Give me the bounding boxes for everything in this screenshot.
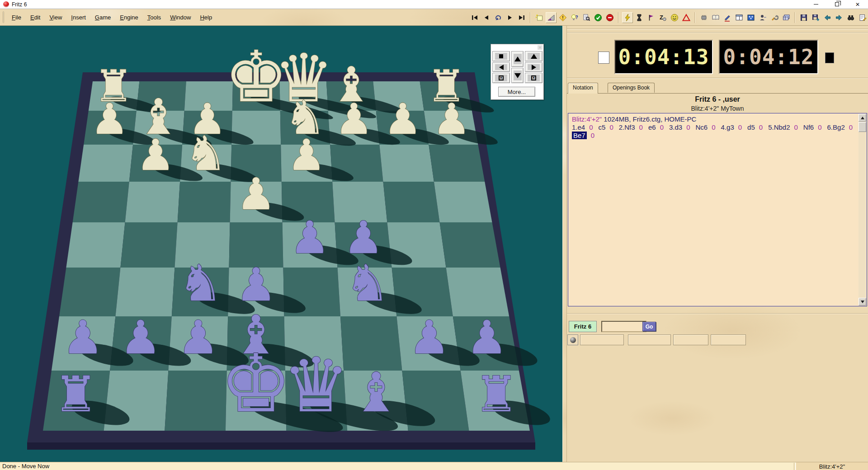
square-b4[interactable] (383, 182, 440, 222)
menu-help[interactable]: Help (196, 13, 216, 22)
white-pawn-g3[interactable]: ♟ (137, 130, 175, 180)
step-forward-icon[interactable] (505, 12, 515, 23)
resign-flag-icon[interactable] (646, 12, 656, 23)
search-icon[interactable] (845, 12, 856, 23)
warning-icon[interactable] (681, 12, 691, 23)
openings-book-icon[interactable] (710, 12, 721, 23)
black-rook-h8[interactable]: ♜ (54, 366, 98, 423)
menu-window[interactable]: Window (166, 13, 195, 22)
settings-icon[interactable] (769, 12, 779, 23)
square-h4[interactable] (73, 182, 129, 222)
view-rotate-right-button[interactable] (525, 62, 542, 72)
board-view-panel-titlebar[interactable]: x (491, 44, 543, 50)
square-h5[interactable] (66, 222, 125, 268)
move[interactable]: e6 (648, 123, 656, 131)
square-g5[interactable] (120, 222, 177, 268)
menu-insert[interactable]: Insert (67, 13, 90, 22)
black-pawn-d5[interactable]: ♟ (290, 212, 330, 263)
square-g6[interactable] (115, 268, 175, 316)
sleep-icon[interactable]: Z (657, 12, 668, 23)
square-h6[interactable] (59, 268, 120, 316)
white-pawn-b2[interactable]: ♟ (384, 94, 422, 144)
scroll-down-button[interactable] (859, 298, 866, 306)
menu-game[interactable]: Game (91, 13, 115, 22)
previous-game-icon[interactable] (822, 12, 832, 23)
menu-engine[interactable]: Engine (116, 13, 142, 22)
move[interactable]: 3.d3 (669, 123, 682, 131)
black-rook-a8[interactable]: ♜ (474, 366, 519, 423)
black-queen-d8[interactable]: ♛ (283, 342, 350, 429)
menu-tools[interactable]: Tools (143, 13, 165, 22)
black-pawn-h7[interactable]: ♟ (62, 310, 103, 364)
square-a4[interactable] (434, 182, 492, 222)
analyze-icon[interactable] (581, 12, 591, 23)
square-a6[interactable] (446, 268, 509, 316)
engine-command-input[interactable] (601, 321, 646, 332)
save-icon[interactable] (798, 12, 809, 23)
next-game-icon[interactable] (834, 12, 844, 23)
menu-view[interactable]: View (45, 13, 66, 22)
black-pawn-g7[interactable]: ♟ (120, 310, 161, 364)
black-bishop-c8[interactable]: ♝ (352, 361, 401, 424)
white-pawn-c2[interactable]: ♟ (335, 94, 373, 144)
move[interactable]: 2.Nf3 (619, 123, 635, 131)
level-icon[interactable]: ! (557, 12, 568, 23)
menu-edit[interactable]: Edit (26, 13, 44, 22)
square-a5[interactable] (440, 222, 500, 268)
close-icon[interactable]: x (538, 45, 542, 50)
notation-panel[interactable]: Blitz:4'+2" 1024MB, Fritz6.ctg, HOME-PC … (568, 113, 867, 306)
tab-notation[interactable]: Notation (568, 83, 598, 94)
move[interactable]: 4.g3 (721, 123, 734, 131)
move-selected[interactable]: Be7 (572, 132, 587, 139)
move[interactable]: 6.Bg2 (827, 123, 845, 131)
move[interactable]: 1.e4 (572, 123, 585, 131)
white-pawn-e4[interactable]: ♟ (236, 169, 276, 220)
hint-icon[interactable]: ? (569, 12, 580, 23)
window-layout-icon[interactable] (734, 12, 744, 23)
annotate-icon[interactable] (722, 12, 732, 23)
restore-button[interactable] (826, 0, 847, 9)
takeback-icon[interactable] (493, 12, 503, 23)
view-rotate-left-button[interactable] (492, 62, 510, 72)
black-pawn-f7[interactable]: ♟ (178, 310, 219, 364)
move[interactable]: c5 (599, 123, 606, 131)
black-pawn-a7[interactable]: ♟ (466, 310, 507, 364)
notation-scrollbar[interactable] (859, 114, 866, 306)
square-a3[interactable] (429, 145, 485, 182)
square-b3[interactable] (379, 145, 434, 182)
black-king-e8[interactable]: ♚ (220, 337, 292, 430)
move[interactable]: d5 (747, 123, 755, 131)
square-f8[interactable] (165, 371, 226, 431)
minimize-button[interactable] (806, 0, 826, 9)
white-pawn-h2[interactable]: ♟ (90, 94, 128, 144)
white-knight-f3[interactable]: ♞ (184, 126, 227, 181)
black-knight-f6[interactable]: ♞ (178, 254, 223, 312)
menu-file[interactable]: File (8, 13, 25, 22)
view-tilt-down-button[interactable] (511, 68, 524, 83)
square-f4[interactable] (178, 182, 231, 222)
view-reset-left-button[interactable]: × (492, 73, 510, 83)
view-stop-button[interactable] (492, 51, 510, 61)
new-game-icon[interactable] (534, 12, 544, 23)
move[interactable]: Nf6 (803, 123, 814, 131)
close-button[interactable]: ✕ (847, 0, 868, 9)
smiley-icon[interactable] (669, 12, 679, 23)
move[interactable]: Nc6 (696, 123, 708, 131)
black-knight-c6[interactable]: ♞ (345, 254, 390, 312)
white-pawn-a2[interactable]: ♟ (433, 94, 471, 144)
chess-board-3d[interactable]: ♜♚♛♝♜♟♝♟♞♟♟♟♟♞♟♟♟♟♟♞♞♟♟♟♝♟♟♜♚♛♝♜ (0, 26, 562, 462)
tab-openings-book[interactable]: Openings Book (608, 83, 655, 93)
square-h3[interactable] (78, 145, 133, 182)
engine-on-icon[interactable] (593, 12, 603, 23)
save-as-icon[interactable] (810, 12, 821, 23)
view-raise-button[interactable] (525, 51, 542, 61)
database-icon[interactable] (781, 12, 791, 23)
scroll-up-button[interactable] (859, 114, 866, 122)
engine-status-button[interactable] (567, 334, 578, 345)
step-back-icon[interactable] (481, 12, 491, 23)
hourglass-icon[interactable] (634, 12, 644, 23)
scrollbar-thumb[interactable] (859, 122, 866, 132)
board-window-icon[interactable] (745, 12, 756, 23)
engine-chip-icon[interactable] (698, 12, 709, 23)
skip-to-start-icon[interactable] (469, 12, 480, 23)
